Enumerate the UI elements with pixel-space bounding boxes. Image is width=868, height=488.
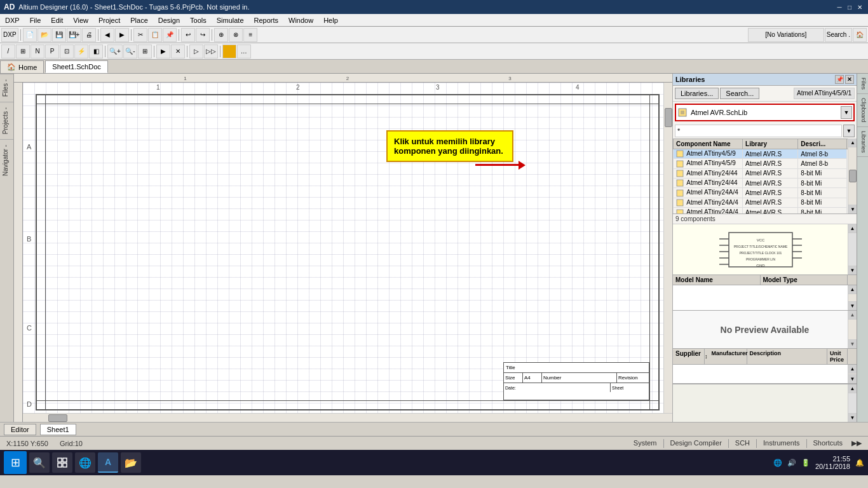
h-scrollbar[interactable] [23,413,672,422]
tb2-select[interactable]: ▶ [156,44,170,58]
menu-tools[interactable]: Tools [185,15,212,25]
tab-home[interactable]: 🏠 Home [0,60,44,73]
table-row[interactable]: Atmel ATtiny24A/4 Atmel AVR.S 8-bit Mi [674,198,857,207]
sidebar-projects[interactable]: Projects - [0,102,13,139]
status-instruments[interactable]: Instruments [761,439,802,448]
tb2-net[interactable]: N [31,44,44,58]
menu-view[interactable]: View [68,15,93,25]
tb-open-btn[interactable]: 📂 [37,28,51,42]
tb2-zoom-fit[interactable]: ⊞ [138,44,152,58]
table-row[interactable]: Atmel ATtiny4/5/9 Atmel AVR.S Atmel 8-b [674,149,857,159]
panel-pin-btn[interactable]: 📌 [835,75,844,84]
bottom-scroll-up[interactable]: ▲ [848,384,857,393]
tab-sheet1[interactable]: Sheet1.SchDoc [45,60,107,73]
table-row[interactable]: Atmel ATtiny24A/4 Atmel AVR.S 8-bit Mi [674,188,857,198]
status-sch[interactable]: SCH [733,439,752,448]
maximize-button[interactable]: □ [845,3,854,11]
active-lib-tab[interactable]: Atmel ATtiny4/5/9/1 [794,88,855,99]
no-prev-scroll-down[interactable]: ▼ [848,339,857,348]
tb2-color[interactable] [222,44,236,58]
col-component-name[interactable]: Component Name [674,139,743,149]
tb-misc3[interactable]: ≡ [243,28,257,42]
clock[interactable]: 21:55 20/11/2018 [815,455,850,470]
taskbar-folder[interactable]: 📂 [121,452,141,473]
tb2-delete[interactable]: ✕ [171,44,185,58]
filter-dropdown-btn[interactable]: ▼ [843,125,855,137]
tb-saveall-btn[interactable]: 💾+ [67,28,82,42]
tb-search-btn[interactable]: Search . [825,28,852,42]
start-button[interactable]: ⊞ [4,451,27,474]
menu-edit[interactable]: Edit [46,15,68,25]
tb-home-btn[interactable]: 🏠 [853,28,867,42]
manufacturer-header[interactable]: Manufacturer [709,349,747,364]
supplier-scroll-up[interactable]: ▲ [848,365,857,374]
model-scrollbar[interactable]: ▲ ▼ [848,285,857,310]
menu-place[interactable]: Place [125,15,153,25]
col-description[interactable]: Descri... [798,139,846,149]
far-right-clipboard[interactable]: Clipboard [857,94,868,127]
tb2-wire[interactable]: / [1,44,15,58]
tb-cut-btn[interactable]: ✂ [133,28,147,42]
menu-help[interactable]: Help [318,15,343,25]
menu-dxp[interactable]: DXP [0,15,25,25]
preview-scrollbar[interactable]: ▲ ▼ [848,224,857,274]
sidebar-navigator[interactable]: Navigator - [0,139,13,181]
far-right-files[interactable]: Files [857,74,868,94]
scroll-up-btn[interactable]: ▲ [848,139,857,147]
far-right-libraries[interactable]: Libraries [857,127,868,158]
tb-variations-dropdown[interactable]: [No Variations] [748,28,824,42]
col-library[interactable]: Library [743,139,798,149]
tb-back-btn[interactable]: ◀ [100,28,114,42]
menu-window[interactable]: Window [283,15,318,25]
tb2-port[interactable]: P [45,44,59,58]
tb-redo-btn[interactable]: ↪ [196,28,210,42]
prev-scroll-up[interactable]: ▲ [848,224,857,233]
component-table-container[interactable]: Component Name Library Descri... Atmel A… [673,139,857,214]
schematic-content[interactable]: A B C D 1 2 3 4 [23,83,672,422]
v-scrollbar[interactable] [663,83,672,413]
tb-paste-btn[interactable]: 📌 [163,28,177,42]
h-scroll-thumb[interactable] [48,414,67,422]
supplier-header[interactable]: Supplier [673,349,705,364]
scroll-down-btn[interactable]: ▼ [848,205,857,214]
status-system[interactable]: System [631,439,660,448]
table-row[interactable]: Atmel ATtiny4/5/9 Atmel AVR.S Atmel 8-b [674,159,857,168]
tb2-sim[interactable]: ▷▷ [204,44,218,58]
tb2-more[interactable]: … [237,44,251,58]
tb-dxp-btn[interactable]: DXP [1,28,18,42]
tb-misc2[interactable]: ⊗ [229,28,243,42]
table-row[interactable]: Atmel ATtiny24/44 Atmel AVR.S 8-bit Mi [674,168,857,178]
v-scroll-thumb[interactable] [665,108,672,127]
filter-input[interactable] [675,125,842,137]
tb2-bus[interactable]: ⊞ [16,44,30,58]
no-preview-scrollbar[interactable]: ▲ ▼ [848,311,857,348]
tb-save-btn[interactable]: 💾 [52,28,66,42]
tb-copy-btn[interactable]: 📋 [148,28,162,42]
lib-dropdown-btn[interactable]: ▼ [841,106,852,119]
prev-scroll-down[interactable]: ▼ [848,266,857,274]
tb2-zoom-out[interactable]: 🔍- [123,44,137,58]
taskbar-altium[interactable]: A [98,452,118,473]
panel-close-btn[interactable]: ✕ [845,75,854,84]
comp-table-scrollbar[interactable]: ▲ ▼ [848,139,857,214]
sheet1-tab[interactable]: Sheet1 [40,424,76,435]
bottom-scroll-down[interactable]: ▼ [848,413,857,422]
bottom-preview-scroll[interactable]: ▲ ▼ [848,384,857,422]
supplier-scrollbar[interactable]: ▲ ▼ [848,365,857,383]
status-arrow[interactable]: ▶▶ [849,439,864,448]
table-row[interactable]: Atmel ATtiny24/44 Atmel AVR.S 8-bit Mi [674,179,857,188]
menu-file[interactable]: File [25,15,46,25]
taskbar-search[interactable]: 🔍 [29,452,50,473]
libraries-button[interactable]: Libraries... [675,88,719,99]
no-prev-scroll-up[interactable]: ▲ [848,311,857,320]
tb2-compile[interactable]: ▷ [189,44,203,58]
model-type-header[interactable]: Model Type [761,275,848,285]
taskbar-edge[interactable]: 🌐 [75,452,95,473]
table-row[interactable]: Atmel ATtiny24A/4 Atmel AVR.S 8-bit Mi [674,208,857,214]
tb-fwd-btn[interactable]: ▶ [115,28,129,42]
menu-reports[interactable]: Reports [249,15,284,25]
model-scroll-down[interactable]: ▼ [848,301,857,310]
tb-misc1[interactable]: ⊕ [214,28,228,42]
notification-btn[interactable]: 🔔 [855,459,864,467]
supplier-scroll-down[interactable]: ▼ [848,374,857,383]
